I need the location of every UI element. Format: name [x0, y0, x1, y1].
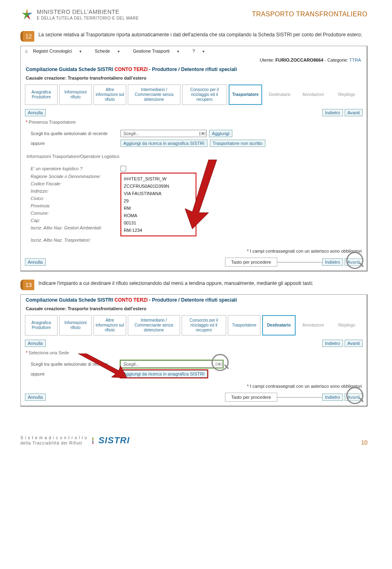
chevron-down-icon: ▼	[199, 132, 206, 136]
svg-marker-1	[78, 353, 127, 378]
tab-trasportatore[interactable]: Trasportatore	[228, 315, 261, 336]
tab-intermediario[interactable]: Intermediario / Commerciante senza deten…	[128, 84, 180, 105]
screenshot-1: ⌂ Registri Cronologici▼ Schede▼ Gestione…	[20, 46, 368, 271]
tabs-row-2: Anagrafica Produttore Informazioni rifiu…	[21, 315, 367, 336]
tab-informazioni[interactable]: Informazioni rifiuto	[59, 315, 92, 336]
chevron-down-icon: ▼	[202, 50, 205, 53]
step-13-badge: 13	[20, 280, 34, 290]
avanti-button[interactable]: Avanti	[345, 340, 363, 347]
scegli-select-2[interactable]: Scegli...▼	[120, 360, 223, 368]
doc-title: TRASPORTO TRANSFRONTALIERO	[252, 11, 368, 18]
tab-riepilogo: Riepilogo	[331, 84, 363, 105]
indietro-button[interactable]: Indietro	[322, 109, 343, 116]
footer-line2: della Tracciabilità dei Rifiuti	[20, 440, 87, 446]
svg-marker-0	[185, 160, 217, 229]
menu-schede[interactable]: Schede▼	[95, 49, 126, 53]
tab-trasportatore[interactable]: Trasportatore	[229, 84, 262, 105]
annulla-button-bottom-2[interactable]: Annulla	[25, 393, 46, 401]
ministry-subtitle: E DELLA TUTELA DEL TERRITORIO E DEL MARE	[37, 16, 139, 21]
step-12-badge: 12	[20, 31, 34, 42]
menu-registri[interactable]: Registri Cronologici▼	[33, 49, 88, 53]
tab-consorzio[interactable]: Consorzio per il riciclaggio ed il recup…	[182, 84, 227, 105]
oppure-label: oppure	[31, 141, 120, 146]
sistri-logo: SISTRI	[98, 435, 130, 446]
tab-anagrafica[interactable]: Anagrafica Produttore	[25, 84, 58, 105]
tab-altre[interactable]: Altre informazioni sul rifiuto	[94, 84, 126, 105]
ministry-logo: MINISTERO DELL'AMBIENTE E DELLA TUTELA D…	[20, 8, 139, 21]
tab-annotazioni: Annotazioni	[297, 315, 329, 336]
panel-subtitle: Causale creazione: Trasporto transfronta…	[21, 75, 367, 84]
indietro-button-bottom-2[interactable]: Indietro	[322, 393, 343, 401]
ministry-title: MINISTERO DELL'AMBIENTE	[37, 8, 139, 16]
avanti-button[interactable]: Avanti	[345, 109, 363, 116]
step-12-text: La sezione relativa al Trasportatore rip…	[38, 31, 362, 38]
non-iscritto-button[interactable]: Trasportatore non iscritto	[210, 140, 265, 147]
aggiungi-ricerca-button[interactable]: Aggiungi da ricerca in anagrafica SISTRI	[120, 140, 207, 147]
page-header: MINISTERO DELL'AMBIENTE E DELLA TUTELA D…	[20, 8, 368, 21]
user-info: Utente: FURIO.ZOCCARO8664 - Categorie: T…	[21, 56, 367, 64]
chevron-down-icon: ▼	[117, 50, 120, 53]
tab-consorzio[interactable]: Consorzio per il riciclaggio ed il recup…	[182, 315, 226, 336]
chevron-down-icon: ▼	[79, 50, 82, 53]
tabs-row: Anagrafica Produttore Informazioni rifiu…	[21, 84, 367, 105]
home-icon[interactable]: ⌂	[25, 49, 28, 53]
aggiungi-ricerca-button-2[interactable]: Aggiungi da ricerca in anagrafica SISTRI	[120, 370, 207, 378]
magnifier-icon	[212, 354, 230, 373]
tab-intermediario[interactable]: Intermediario / Commerciante senza deten…	[128, 315, 180, 336]
page-number: 10	[361, 439, 368, 446]
required-footnote-2: I campi contrassegnati con un asterisco …	[21, 381, 367, 391]
magnifier-icon	[346, 252, 365, 271]
footer-line1: S i s t e m a d i c o n t r o l l o	[20, 435, 87, 440]
scegli-select[interactable]: Scegli...▼	[120, 130, 207, 137]
panel-title-2: Compilazione Guidata Schede SISTRI CONTO…	[21, 295, 367, 305]
required-footnote: I campi contrassegnati con un asterisco …	[21, 246, 367, 256]
indietro-button-bottom[interactable]: Indietro	[322, 258, 343, 266]
operatore-logistico-checkbox[interactable]	[120, 166, 126, 171]
sede-label: Seleziona una Sede	[21, 349, 367, 357]
panel-subtitle-2: Causale creazione: Trasporto transfronta…	[21, 305, 367, 315]
magnifier-icon	[346, 387, 365, 406]
annulla-button[interactable]: Annulla	[25, 109, 46, 116]
step-12-row: 12 La sezione relativa al Trasportatore …	[20, 31, 368, 42]
aggiungi-button[interactable]: Aggiungi	[209, 130, 232, 137]
presenza-label: Presenza Trasportatore	[21, 118, 367, 126]
tab-riepilogo: Riepilogo	[331, 315, 363, 336]
tab-informazioni[interactable]: Informazioni rifiuto	[59, 84, 92, 105]
red-arrow-icon	[180, 160, 217, 229]
star-icon	[20, 8, 33, 21]
scegli-label: Scegli tra quelle selezionate di recente	[31, 131, 120, 136]
indietro-button[interactable]: Indietro	[322, 340, 343, 347]
tab-destinatario: Destinatario	[264, 84, 296, 105]
screenshot-2: Compilazione Guidata Schede SISTRI CONTO…	[20, 294, 368, 407]
red-arrow-icon	[78, 353, 127, 382]
tab-altre[interactable]: Altre informazioni sul rifiuto	[94, 315, 126, 336]
tab-annotazioni: Annotazioni	[297, 84, 329, 105]
chevron-down-icon: ▼	[176, 50, 180, 53]
callout-procedere: Tasto per procedere	[225, 258, 277, 267]
annulla-button[interactable]: Annulla	[25, 340, 46, 347]
annulla-button-bottom[interactable]: Annulla	[25, 258, 46, 266]
menu-gestione[interactable]: Gestione Trasporti▼	[133, 49, 185, 53]
menubar: ⌂ Registri Cronologici▼ Schede▼ Gestione…	[21, 46, 367, 56]
page-footer: S i s t e m a d i c o n t r o l l o dell…	[0, 423, 392, 454]
tab-destinatario[interactable]: Destinatario	[262, 315, 296, 336]
step-13-row: 13 Indicare l'impianto a cui destinare i…	[20, 280, 368, 290]
menu-help[interactable]: ?▼	[192, 49, 211, 53]
tab-anagrafica[interactable]: Anagrafica Produttore	[25, 315, 58, 336]
step-13-text: Indicare l'impianto a cui destinare il r…	[38, 280, 313, 287]
panel-title: Compilazione Guidata Schede SISTRI CONTO…	[21, 64, 367, 75]
callout-procedere-2: Tasto per procedere	[225, 393, 277, 402]
